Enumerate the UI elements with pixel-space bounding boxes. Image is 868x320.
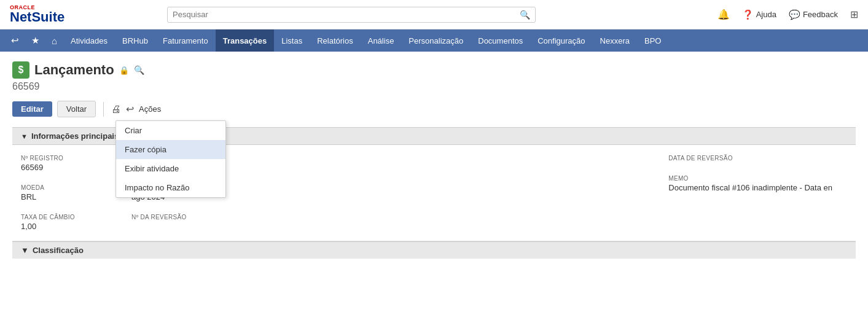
help-label: Ajuda xyxy=(756,10,776,19)
nav-back-icon[interactable]: ↩ xyxy=(5,29,25,52)
nav-star-icon[interactable]: ★ xyxy=(25,29,45,52)
nav-bar: ↩ ★ ⌂ Atividades BRHub Faturamento Trans… xyxy=(0,29,868,52)
logo: ORACLE NetSuite xyxy=(10,5,71,24)
edit-button[interactable]: Editar xyxy=(12,101,52,117)
field-taxa-label: TAXA DE CÂMBIO xyxy=(21,214,92,220)
field-moeda: MOEDA BRL xyxy=(21,182,107,204)
field-data-reversao: DATA DE REVERSÃO xyxy=(668,152,847,165)
field-moeda-value: BRL xyxy=(21,192,92,201)
field-data-reversao-label: DATA DE REVERSÃO xyxy=(668,155,832,162)
page-icon: $ xyxy=(12,61,29,79)
actions-label[interactable]: Ações xyxy=(139,104,161,114)
field-memo-value: Documento fiscal #106 inadimplente - Dat… xyxy=(668,183,832,192)
field-num-reversao-label: Nº DA REVERSÃO xyxy=(131,214,629,220)
save-icon-button[interactable]: ↩ xyxy=(126,103,134,115)
nav-item-nexxera[interactable]: Nexxera xyxy=(593,29,637,52)
section-classificacao[interactable]: ▼ Classificação xyxy=(12,241,856,259)
feedback-label: Feedback xyxy=(803,10,838,19)
field-registro-label: Nº REGISTRO xyxy=(21,155,92,162)
top-right-area: 🔔 ❓ Ajuda 💬 Feedback ⊞ xyxy=(717,9,858,20)
feedback-icon: 💬 xyxy=(789,9,800,20)
search-page-icon[interactable]: 🔍 xyxy=(134,65,144,75)
grid-icon[interactable]: ⊞ xyxy=(850,9,858,20)
section2-chevron: ▼ xyxy=(21,246,29,255)
dropdown-item-impacto-razao[interactable]: Impacto no Razão xyxy=(116,178,225,197)
page-title-row: $ Lançamento 🔒 🔍 xyxy=(12,61,856,79)
feedback-link[interactable]: 💬 Feedback xyxy=(789,9,838,20)
dropdown-item-criar[interactable]: Criar xyxy=(116,121,225,140)
field-memo-label: MEMO xyxy=(668,175,832,182)
lock-icon: 🔒 xyxy=(119,66,129,75)
print-icon-button[interactable]: 🖨 xyxy=(111,104,121,115)
field-moeda-label: MOEDA xyxy=(21,184,92,191)
nav-item-brhub[interactable]: BRHub xyxy=(115,29,155,52)
nav-item-listas[interactable]: Listas xyxy=(274,29,310,52)
field-registro-value: 66569 xyxy=(21,163,92,172)
field-num-reversao: Nº DA REVERSÃO xyxy=(131,211,644,224)
nav-item-personalizacao[interactable]: Personalização xyxy=(401,29,471,52)
nav-item-relatorios[interactable]: Relatórios xyxy=(310,29,361,52)
toolbar: Editar Voltar 🖨 ↩ Ações Criar Fazer cópi… xyxy=(12,101,856,117)
nav-item-faturamento[interactable]: Faturamento xyxy=(155,29,216,52)
toolbar-separator xyxy=(103,102,104,117)
section2-label: Classificação xyxy=(33,246,84,255)
help-link[interactable]: ❓ Ajuda xyxy=(742,9,776,20)
field-taxa: TAXA DE CÂMBIO 1,00 xyxy=(21,211,107,233)
record-number: 66569 xyxy=(12,81,856,92)
netsuite-label: NetSuite xyxy=(10,10,71,24)
nav-item-transacoes[interactable]: Transações xyxy=(216,29,275,52)
fields-left: Nº REGISTRO 66569 MOEDA BRL TAXA DE CÂMB… xyxy=(21,152,131,233)
search-input[interactable] xyxy=(173,10,520,19)
nav-home-icon[interactable]: ⌂ xyxy=(45,29,63,52)
page-title: Lançamento xyxy=(34,62,114,78)
field-memo: MEMO Documento fiscal #106 inadimplente … xyxy=(668,173,847,195)
actions-dropdown: Criar Fazer cópia Exibir atividade Impac… xyxy=(115,120,226,198)
nav-item-analise[interactable]: Análise xyxy=(361,29,402,52)
section1-chevron: ▼ xyxy=(21,133,28,140)
nav-item-bpo[interactable]: BPO xyxy=(637,29,668,52)
dropdown-item-fazer-copia[interactable]: Fazer cópia xyxy=(116,140,225,159)
field-registro: Nº REGISTRO 66569 xyxy=(21,152,107,174)
dropdown-item-exibir-atividade[interactable]: Exibir atividade xyxy=(116,159,225,178)
search-icon[interactable]: 🔍 xyxy=(520,10,530,20)
fields-right: DATA DE REVERSÃO MEMO Documento fiscal #… xyxy=(668,152,847,233)
nav-item-atividades[interactable]: Atividades xyxy=(63,29,115,52)
page-content: $ Lançamento 🔒 🔍 66569 Editar Voltar 🖨 ↩… xyxy=(0,52,868,268)
nav-item-configuracao[interactable]: Configuração xyxy=(530,29,592,52)
section1-label: Informações principais xyxy=(31,131,119,141)
help-icon: ❓ xyxy=(742,9,754,20)
field-taxa-value: 1,00 xyxy=(21,222,92,231)
search-bar[interactable]: 🔍 xyxy=(167,7,536,23)
nav-item-documentos[interactable]: Documentos xyxy=(471,29,530,52)
back-button[interactable]: Voltar xyxy=(57,101,96,117)
notification-icon[interactable]: 🔔 xyxy=(717,9,730,20)
top-bar: ORACLE NetSuite 🔍 🔔 ❓ Ajuda 💬 Feedback ⊞ xyxy=(0,0,868,29)
